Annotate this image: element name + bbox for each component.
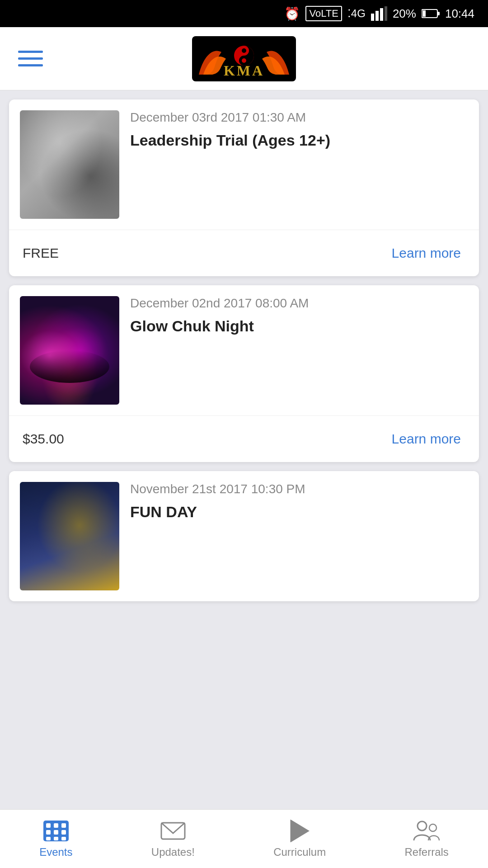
svg-rect-5 (437, 12, 440, 15)
events-icon (42, 820, 70, 842)
nav-item-referrals[interactable]: Referrals (395, 815, 457, 863)
nav-item-curriculum[interactable]: Curriculum (264, 815, 335, 863)
learn-more-button[interactable]: Learn more (387, 427, 465, 451)
svg-rect-17 (61, 830, 66, 835)
updates-icon (160, 820, 187, 842)
nav-label-events: Events (39, 846, 72, 859)
svg-rect-15 (46, 830, 51, 835)
svg-rect-13 (54, 823, 58, 828)
bottom-navigation: Events Updates! Curriculum (0, 809, 488, 868)
curriculum-icon-svg (289, 820, 310, 842)
nav-item-events[interactable]: Events (30, 815, 81, 863)
menu-button[interactable] (14, 46, 47, 71)
event-card-bottom: FREE Learn more (9, 230, 479, 276)
svg-marker-22 (291, 821, 308, 841)
svg-rect-0 (371, 14, 374, 21)
event-title: Leadership Trial (Ages 12+) (130, 130, 468, 150)
event-date: December 03rd 2017 01:30 AM (130, 110, 468, 125)
kma-logo-svg: KMA (194, 38, 294, 79)
hamburger-line-3 (18, 64, 43, 66)
battery-icon (422, 9, 440, 19)
svg-rect-19 (54, 837, 58, 840)
svg-point-23 (418, 821, 427, 830)
status-icons: ⏰ VoLTE ⁚4G 20% 10:44 (284, 6, 474, 21)
volte-label: VoLTE (305, 6, 342, 21)
event-info: December 03rd 2017 01:30 AM Leadership T… (130, 110, 468, 219)
updates-icon-svg (160, 821, 186, 841)
event-title: Glow Chuk Night (130, 316, 468, 336)
app-header: KMA (0, 27, 488, 90)
curriculum-icon (286, 820, 313, 842)
clock-label: 10:44 (445, 7, 474, 21)
svg-rect-16 (54, 830, 58, 835)
svg-rect-12 (46, 823, 51, 828)
event-card-top: December 02nd 2017 08:00 AM Glow Chuk Ni… (9, 285, 479, 415)
event-image (20, 296, 119, 405)
svg-rect-1 (375, 11, 379, 21)
svg-text:KMA: KMA (224, 62, 264, 79)
svg-point-24 (429, 824, 436, 831)
svg-rect-20 (61, 837, 66, 840)
svg-rect-3 (385, 6, 387, 21)
nav-label-curriculum: Curriculum (273, 846, 326, 859)
referrals-icon-svg (413, 820, 440, 842)
event-date: December 02nd 2017 08:00 AM (130, 296, 468, 311)
nav-label-updates: Updates! (151, 846, 195, 859)
main-content: December 03rd 2017 01:30 AM Leadership T… (0, 90, 488, 610)
event-card: November 21st 2017 10:30 PM FUN DAY (9, 471, 479, 601)
event-title: FUN DAY (130, 502, 468, 522)
svg-rect-14 (61, 823, 66, 828)
event-card-top: November 21st 2017 10:30 PM FUN DAY (9, 471, 479, 601)
event-date: November 21st 2017 10:30 PM (130, 482, 468, 496)
alarm-icon: ⏰ (284, 6, 300, 21)
event-card-bottom: $35.00 Learn more (9, 415, 479, 462)
battery-label: 20% (393, 7, 416, 21)
status-bar: ⏰ VoLTE ⁚4G 20% 10:44 (0, 0, 488, 27)
event-price: $35.00 (23, 431, 64, 447)
event-image (20, 110, 119, 219)
event-card: December 03rd 2017 01:30 AM Leadership T… (9, 99, 479, 276)
nav-label-referrals: Referrals (404, 846, 448, 859)
svg-rect-2 (380, 8, 383, 21)
event-info: December 02nd 2017 08:00 AM Glow Chuk Ni… (130, 296, 468, 405)
hamburger-line-2 (18, 57, 43, 60)
event-card-top: December 03rd 2017 01:30 AM Leadership T… (9, 99, 479, 230)
svg-rect-6 (422, 10, 426, 17)
svg-point-8 (242, 48, 246, 53)
svg-rect-18 (46, 837, 51, 840)
event-price: FREE (23, 245, 59, 261)
event-info: November 21st 2017 10:30 PM FUN DAY (130, 482, 468, 590)
referrals-icon (413, 820, 440, 842)
signal-icon (371, 6, 387, 21)
learn-more-button[interactable]: Learn more (387, 241, 465, 265)
app-logo: KMA (192, 36, 296, 81)
network-label: ⁚4G (347, 7, 366, 20)
hamburger-line-1 (18, 51, 43, 53)
events-icon-svg (42, 820, 70, 842)
event-image (20, 482, 119, 590)
event-card: December 02nd 2017 08:00 AM Glow Chuk Ni… (9, 285, 479, 462)
nav-item-updates[interactable]: Updates! (142, 815, 204, 863)
